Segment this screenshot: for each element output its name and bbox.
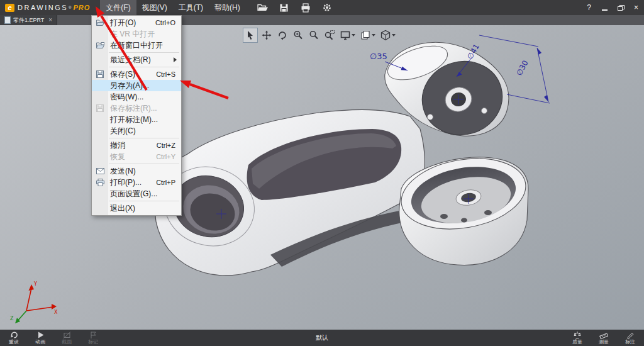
statusbar-label: 质量 <box>572 339 582 345</box>
save-button[interactable] <box>277 1 291 14</box>
menu-item-open-new-window[interactable]: 在新窗口中打开 <box>92 40 181 51</box>
open-file-icon <box>257 3 269 12</box>
document-icon <box>4 16 11 24</box>
menu-view[interactable]: 视图(V) <box>136 0 173 15</box>
section-button: 截面 <box>57 331 77 345</box>
menu-item-page-setup[interactable]: 页面设置(G)... <box>92 188 181 199</box>
menu-item-close[interactable]: 关闭(C) <box>92 125 181 137</box>
markup-flag-button: 标记 <box>83 331 103 345</box>
display-style-icon <box>340 30 351 41</box>
menu-item-save[interactable]: 保存(S) Ctrl+S <box>92 69 181 80</box>
flag-icon <box>89 331 97 339</box>
minimize-icon <box>602 9 608 11</box>
menu-item-save-as[interactable]: 另存为(A)... <box>92 80 181 91</box>
menu-item-open[interactable]: 打开(O) Ctrl+O <box>92 17 181 28</box>
submenu-arrow-icon <box>174 57 177 62</box>
statusbar-label: 标记 <box>88 339 98 345</box>
zoom-tool-button[interactable] <box>291 28 305 42</box>
menu-item-undo[interactable]: 撤消 Ctrl+Z <box>92 140 181 151</box>
measure-button[interactable]: 测量 <box>594 331 614 345</box>
menu-item-label: 最近文档(R) <box>108 55 174 65</box>
open-new-window-icon <box>92 42 108 49</box>
menu-item-print[interactable]: 打印(P)... Ctrl+P <box>92 177 181 188</box>
statusbar-label: 重设 <box>9 339 19 345</box>
window-controls: ? × <box>581 0 644 15</box>
animation-button[interactable]: 动画 <box>30 331 50 345</box>
pages-icon <box>360 30 371 41</box>
restore-button[interactable] <box>613 0 628 15</box>
help-button[interactable]: ? <box>581 0 597 15</box>
reset-button[interactable]: 重设 <box>4 331 24 345</box>
close-button[interactable]: × <box>628 0 644 15</box>
menu-help[interactable]: 帮助(H) <box>209 0 246 15</box>
menu-item-shortcut: Ctrl+P <box>156 179 181 186</box>
open-file-button[interactable] <box>256 1 270 14</box>
restore-icon <box>618 5 624 11</box>
mass-properties-button[interactable]: 质量 <box>567 331 587 345</box>
menu-item-password[interactable]: 密码(W)... <box>92 91 181 103</box>
orientation-button[interactable] <box>379 28 397 42</box>
pan-tool-button[interactable] <box>260 28 274 42</box>
open-folder-icon <box>92 20 108 26</box>
menu-item-redo: 恢复 Ctrl+Y <box>92 151 181 162</box>
menu-item-recent-documents[interactable]: 最近文档(R) <box>92 54 181 65</box>
statusbar-label: 标注 <box>625 339 635 345</box>
chevron-down-icon <box>372 34 375 36</box>
menu-item-label: 密码(W)... <box>108 92 175 103</box>
rotate-tool-button[interactable] <box>275 28 289 42</box>
menu-separator <box>109 138 179 138</box>
menu-item-label: 发送(N) <box>108 166 175 177</box>
save-icon <box>279 3 289 13</box>
statusbar-label: 截面 <box>62 339 72 345</box>
document-tab[interactable]: 零件1.EPRT × <box>0 15 57 25</box>
edrawings-window: { "titlebar": { "brand": {"logo_letter":… <box>0 0 644 346</box>
zoom-icon <box>292 30 304 41</box>
menu-separator <box>109 164 179 164</box>
select-tool-button[interactable] <box>243 28 258 43</box>
titlebar-toolbar <box>256 1 334 14</box>
settings-button[interactable] <box>320 1 334 14</box>
print-button[interactable] <box>299 1 313 14</box>
rotate-icon <box>277 30 288 41</box>
minimize-button[interactable] <box>597 0 613 15</box>
menu-item-label: 打印(P)... <box>108 177 156 188</box>
menu-item-label: 另存为(A)... <box>108 81 175 91</box>
menu-item-label: 退出(X) <box>108 203 175 214</box>
measure-icon <box>599 331 608 339</box>
menu-item-send[interactable]: 发送(N) <box>92 165 181 177</box>
print-icon <box>92 179 108 186</box>
menu-item-shortcut: Ctrl+Y <box>156 153 181 160</box>
registered-mark: ® <box>69 6 71 9</box>
reset-icon <box>10 331 18 339</box>
view-toolbar <box>243 28 397 43</box>
settings-gear-icon <box>322 3 332 13</box>
statusbar-label: 动画 <box>35 339 45 345</box>
print-icon <box>301 3 311 13</box>
menu-item-label: 保存标注(R)... <box>108 103 175 114</box>
menu-item-label: 保存(S) <box>108 69 156 80</box>
markup-pencil-button[interactable]: 标注 <box>620 331 640 345</box>
menu-item-label: 撤消 <box>108 140 157 151</box>
zoom-fit-icon <box>308 30 319 41</box>
statusbar-right-group: 质量 测量 标注 <box>567 331 640 345</box>
statusbar-label: 测量 <box>599 339 609 345</box>
select-icon <box>245 30 256 41</box>
file-menu-dropdown: 打开(O) Ctrl+O 在 VR 中打开 在新窗口中打开 最近文档(R) 保存… <box>91 15 182 216</box>
menu-item-exit[interactable]: 退出(X) <box>92 203 181 214</box>
save-icon <box>92 70 108 78</box>
zoom-fit-button[interactable] <box>307 28 321 42</box>
zoom-area-button[interactable] <box>323 28 336 42</box>
tab-close-icon[interactable]: × <box>48 17 52 23</box>
send-email-icon <box>92 168 108 174</box>
menu-item-label: 打开(O) <box>108 18 155 28</box>
pages-button[interactable] <box>358 28 377 42</box>
menu-item-shortcut: Ctrl+Z <box>157 142 181 149</box>
menu-item-open-in-vr: 在 VR 中打开 <box>92 28 181 40</box>
menu-item-shortcut: Ctrl+O <box>155 19 181 26</box>
display-style-button[interactable] <box>338 28 357 42</box>
tab-label: 零件1.EPRT <box>13 16 44 25</box>
menu-file[interactable]: 文件(F) <box>100 0 136 15</box>
menu-tools[interactable]: 工具(T) <box>173 0 209 15</box>
pan-icon <box>261 30 272 41</box>
menu-item-open-markup[interactable]: 打开标注(M)... <box>92 114 181 125</box>
